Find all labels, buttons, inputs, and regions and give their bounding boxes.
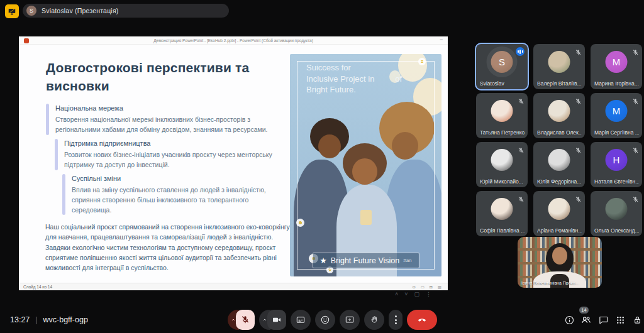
self-view-tile[interactable]: Ірина Валентинівна Проко... [518,237,602,288]
statusbar-view-icons[interactable]: ⊙ ▭ ⊞ ▥ [412,285,443,290]
photo-figure [392,132,418,160]
avatar: M [606,100,628,122]
more-icon[interactable]: ⋮ [426,290,431,298]
info-button[interactable] [564,314,575,325]
participant-tile[interactable]: MМарина Ігорівна... [591,44,642,89]
participant-tile[interactable]: Юрій Миколайо... [476,142,528,187]
raise-hand-button[interactable] [364,310,384,330]
avatar [548,100,570,122]
meet-window: S Sviatoslav (Презентація) Демонстрация … [0,0,644,333]
section-accent-bar [46,104,49,135]
meeting-panels: 14 [564,314,643,325]
end-call-button[interactable] [407,310,437,330]
participant-name: Марія Сергіївна ... [594,129,639,136]
participant-tile[interactable]: MМарія Сергіївна ... [591,93,642,138]
meeting-info: 13:27 | wvc-bgff-ogp [10,315,88,324]
presenter-pill[interactable]: S Sviatoslav (Презентація) [23,4,229,18]
mic-off-icon [518,194,525,201]
avatar: Н [606,149,628,171]
smiley-icon [320,315,330,325]
divider: | [35,315,37,324]
participant-tile[interactable]: Софія Павлівна ... [476,191,528,236]
avatar [548,198,570,220]
participant-name: Марина Ігорівна... [594,80,639,87]
photo-caption: ★ Bright Future Vision #an [312,253,419,268]
slide-summary: Наш соціальний проєкт спрямований на ств… [45,222,291,273]
photo-figure [318,134,341,158]
mic-off-icon [575,145,582,152]
chat-icon [598,315,609,325]
participant-tile[interactable]: Владислав Олек... [533,93,585,138]
present-button[interactable] [340,310,360,330]
chat-button[interactable] [597,314,609,325]
meeting-code: wvc-bgff-ogp [43,315,88,324]
avatar [491,198,513,220]
presentation-sharing-icon[interactable] [5,4,19,18]
frame-icon[interactable]: ▢ [414,290,420,298]
slide-section: Підтримка підприємництва Розвиток нових … [55,139,289,170]
powerpoint-logo-icon [24,38,29,43]
collapse-icon[interactable]: ˄ [395,290,398,298]
captions-icon [296,315,306,325]
slide-title: Довгострокові перспективи та висновки [46,58,257,95]
avatar: M [606,51,628,73]
minimize-button[interactable]: – [440,36,443,42]
photo-overlay-text: Suiccess for Inclusive Project inof Brig… [306,62,402,96]
participant-tile[interactable]: Татьяна Петренко [476,93,528,138]
slide-counter: Слайд 14 из 14 [23,285,52,289]
lock-icon [632,315,643,325]
participant-name: Владислав Олек... [537,129,582,136]
mic-off-icon [632,145,639,152]
slide-section: Національна мережа Створення національно… [46,104,284,135]
phone-down-icon [416,314,428,325]
clock-time: 13:27 [10,315,30,324]
slideshow-controls[interactable]: ˄ ˅ ▢ ⋮ [395,290,431,298]
section-heading: Суспільні зміни [72,175,289,182]
participant-name: Юлія Федорівна... [537,178,582,185]
mic-mute-button[interactable] [236,310,255,330]
reactions-button[interactable] [315,310,335,330]
participant-name: Аріана Романівн... [537,227,582,234]
people-button[interactable]: 14 [580,314,592,325]
avatar [548,149,570,171]
photo-figure [360,210,372,225]
present-screen-icon [345,315,355,325]
mic-off-icon [575,47,582,54]
participant-tile[interactable]: Юлія Федорівна... [533,142,585,187]
host-controls-button[interactable] [631,314,643,325]
avatar [491,100,513,122]
section-accent-bar [62,174,65,215]
participant-tile[interactable]: ННаталя Євгенівн... [591,142,642,187]
slide-section: Суспільні зміни Вплив на зміну суспільно… [62,174,289,215]
participant-name: Ольга Олександ... [594,227,639,234]
daisy-shape [296,219,304,227]
participant-name: Юрій Миколайо... [480,178,525,185]
participant-tile[interactable]: Ольга Олександ... [591,191,642,236]
participant-tile[interactable]: Валерія Віталіїв... [533,44,585,89]
avatar [491,149,513,171]
participant-name: Валерія Віталіїв... [537,80,582,87]
participant-name: Софія Павлівна ... [480,227,525,234]
self-view-name: Ірина Валентинівна Проко... [521,281,599,285]
audio-level-icon [516,47,525,56]
captions-button[interactable] [291,310,311,330]
expand-icon[interactable]: ˅ [404,290,408,298]
more-options-button[interactable] [389,310,402,330]
self-view-person [552,247,567,265]
mic-off-icon [575,194,582,201]
participant-name: Татьяна Петренко [480,129,525,136]
activities-button[interactable] [614,314,626,325]
participant-tile[interactable]: Аріана Романівн... [533,191,585,236]
powerpoint-window-title: Демонстрация PowerPoint - [EkoHub 2.pptx… [19,38,448,43]
avatar [548,51,570,73]
presenter-label: Sviatoslav (Презентація) [42,7,118,14]
section-heading: Національна мережа [55,104,284,112]
slide-canvas: Довгострокові перспективи та висновки На… [19,45,448,283]
call-controls [228,310,437,330]
powerpoint-titlebar[interactable]: Демонстрация PowerPoint - [EkoHub 2.pptx… [19,36,448,45]
section-heading: Підтримка підприємництва [64,139,289,147]
slide-photo: Suiccess for Inclusive Project inof Brig… [290,54,441,276]
participant-tile[interactable]: SSviatoslav [476,44,528,89]
camera-button[interactable] [267,310,286,330]
mic-off-icon [632,47,639,54]
